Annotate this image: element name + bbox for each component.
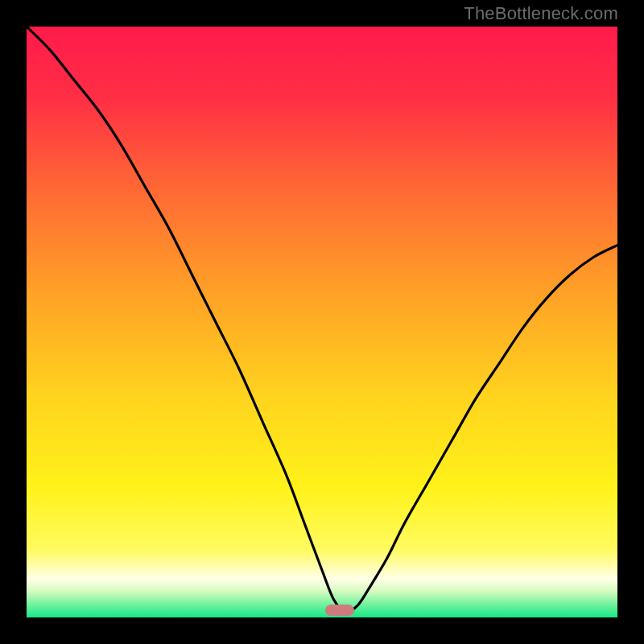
optimal-marker [325,605,355,616]
chart-frame: TheBottleneck.com [0,0,644,644]
bottleneck-curve [27,27,617,617]
plot-area [27,27,617,617]
watermark-text: TheBottleneck.com [464,3,618,24]
